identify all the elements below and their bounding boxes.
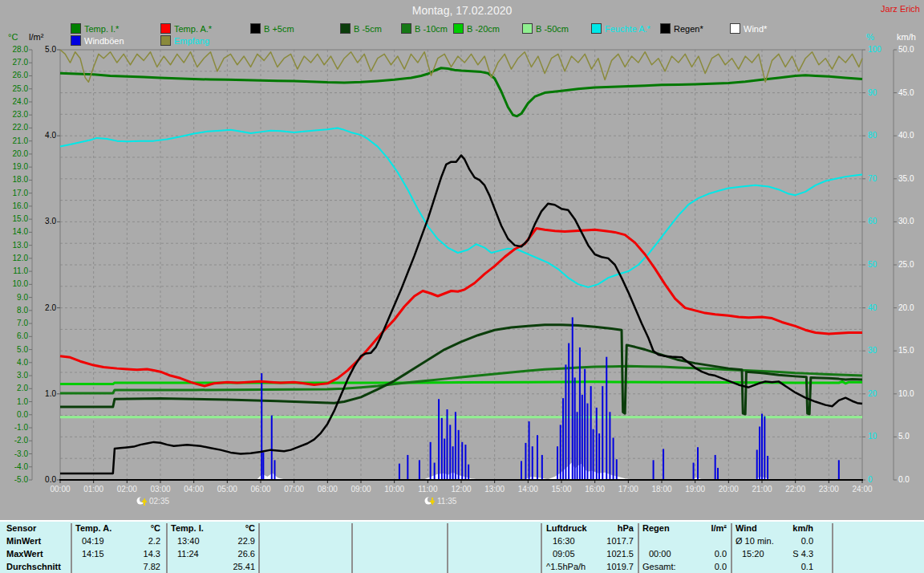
y-tick-wind: 35.0	[898, 175, 914, 183]
table-row-label: MaxWert	[6, 548, 43, 559]
y-tick-temp: 17.0	[3, 189, 28, 197]
y-tick-wind: 30.0	[898, 217, 914, 226]
x-tick-time: 06:00	[245, 486, 277, 494]
y-tick-temp: 7.0	[3, 319, 28, 327]
x-tick-time: 04:00	[178, 486, 210, 494]
x-tick-time: 20:00	[712, 486, 744, 494]
y-tick-humidity: 60	[868, 217, 877, 226]
x-tick-time: 18:00	[646, 486, 678, 494]
stat-col-unit: l/m²	[642, 522, 727, 534]
y-tick-wind: 20.0	[898, 304, 914, 312]
x-tick-time: 22:00	[780, 486, 812, 494]
y-tick-temp: 28.0	[3, 46, 28, 54]
y-tick-temp: 2.0	[3, 384, 28, 392]
y-tick-temp: 15.0	[3, 215, 28, 223]
x-tick-time: 08:00	[311, 486, 343, 494]
y-tick-temp: 8.0	[3, 307, 28, 315]
stat-col-unit: °C	[171, 522, 255, 534]
x-tick-time: 14:00	[512, 486, 544, 494]
y-tick-rain: 3.0	[33, 217, 56, 226]
y-tick-temp: -4.0	[3, 463, 28, 471]
table-separator	[166, 523, 168, 573]
y-tick-temp: 9.0	[3, 294, 28, 302]
x-tick-time: 00:00	[44, 486, 76, 494]
x-tick-time: 23:00	[813, 486, 845, 494]
table-row-label: Durchschnitt	[6, 561, 61, 572]
y-tick-humidity: 70	[868, 175, 877, 183]
y-tick-temp: 13.0	[3, 242, 28, 250]
stats-table: SensorMinWertMaxWertDurchschnittTemp. A.…	[0, 520, 924, 573]
table-separator	[351, 523, 353, 573]
x-tick-time: 12:00	[445, 486, 477, 494]
x-tick-time: 16:00	[579, 486, 611, 494]
stat-value: 0.1	[736, 561, 813, 572]
y-tick-wind: 40.0	[898, 132, 914, 140]
y-tick-humidity: 10	[868, 433, 877, 441]
x-tick-time: 05:00	[211, 486, 243, 494]
table-separator	[258, 523, 260, 573]
y-tick-temp: 26.0	[3, 71, 28, 79]
stat-col-unit: hPa	[546, 522, 634, 534]
y-tick-humidity: 80	[868, 132, 877, 140]
y-tick-humidity: 30	[868, 347, 877, 355]
y-tick-rain: 1.0	[33, 390, 56, 398]
y-tick-temp: 12.0	[3, 254, 28, 262]
y-tick-temp: 22.0	[3, 124, 28, 132]
x-tick-time: 09:00	[345, 486, 377, 494]
stat-value: 2.2	[75, 535, 160, 547]
y-tick-humidity: 20	[868, 390, 877, 398]
x-tick-time: 17:00	[612, 486, 644, 494]
y-tick-rain: 5.0	[33, 46, 56, 54]
marker-time: 11:35	[437, 497, 456, 506]
x-tick-time: 02:00	[111, 486, 143, 494]
stat-value: 1019.7	[546, 561, 634, 572]
y-tick-temp: 27.0	[3, 59, 28, 67]
y-tick-temp: 16.0	[3, 202, 28, 210]
y-tick-wind: 25.0	[898, 261, 914, 269]
y-tick-humidity: 40	[868, 304, 877, 312]
stat-col-unit: km/h	[736, 522, 813, 534]
y-tick-temp: 4.0	[3, 359, 28, 367]
y-tick-wind: 5.0	[898, 433, 910, 441]
x-tick-time: 19:00	[679, 486, 711, 494]
table-row-label: MinWert	[6, 535, 41, 547]
moonset-icon	[424, 496, 436, 506]
y-tick-temp: 5.0	[3, 346, 28, 354]
stat-value: 1021.5	[546, 548, 634, 559]
y-tick-rain: 4.0	[33, 132, 56, 140]
stat-value: S 4.3	[736, 548, 813, 559]
x-tick-time: 15:00	[545, 486, 578, 494]
table-separator	[541, 523, 542, 573]
stat-value: 0.0	[642, 548, 727, 559]
moonrise-icon	[136, 496, 148, 506]
y-tick-temp: 1.0	[3, 398, 28, 406]
table-separator	[447, 523, 448, 573]
y-tick-rain: 2.0	[33, 304, 56, 312]
table-separator	[731, 523, 732, 573]
table-corner-label: Sensor	[6, 522, 36, 534]
y-tick-temp: -2.0	[3, 437, 28, 445]
y-tick-humidity: 0	[868, 476, 873, 484]
y-tick-rain: 0.0	[33, 476, 56, 484]
y-tick-temp: 21.0	[3, 137, 28, 145]
y-tick-temp: 24.0	[3, 98, 28, 106]
y-tick-temp: 3.0	[3, 372, 28, 380]
y-tick-humidity: 50	[868, 261, 877, 269]
stat-value: 0.0	[736, 535, 813, 547]
table-separator	[71, 523, 72, 573]
y-tick-temp: 23.0	[3, 111, 28, 119]
y-tick-wind: 45.0	[898, 89, 914, 97]
y-tick-temp: -3.0	[3, 450, 28, 458]
y-tick-humidity: 100	[868, 46, 881, 54]
y-tick-wind: 15.0	[898, 347, 914, 355]
stat-value: 14.3	[75, 548, 160, 559]
stat-col-unit: °C	[75, 522, 160, 534]
stat-value: 7.82	[75, 561, 160, 572]
x-tick-time: 24:00	[846, 486, 878, 494]
stat-value: 26.6	[171, 548, 255, 559]
stat-value: 1017.7	[546, 535, 634, 547]
x-tick-time: 10:00	[379, 486, 411, 494]
x-tick-time: 01:00	[78, 486, 110, 494]
stat-value: 22.9	[171, 535, 255, 547]
marker-time: 02:35	[149, 497, 169, 506]
